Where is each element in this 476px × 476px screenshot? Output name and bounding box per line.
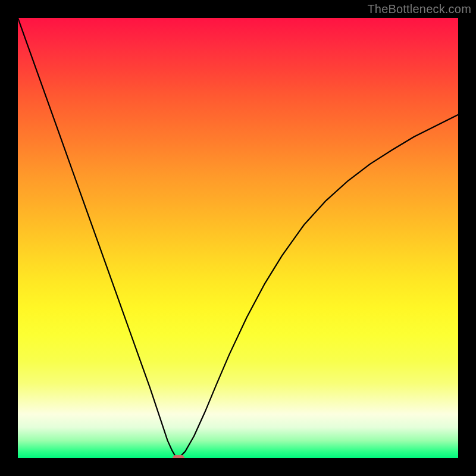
watermark-text: TheBottleneck.com (367, 2, 471, 16)
bottleneck-curve (18, 18, 458, 458)
plot-area (18, 18, 458, 458)
chart-frame: TheBottleneck.com (0, 0, 476, 476)
optimal-point-marker (173, 455, 184, 458)
